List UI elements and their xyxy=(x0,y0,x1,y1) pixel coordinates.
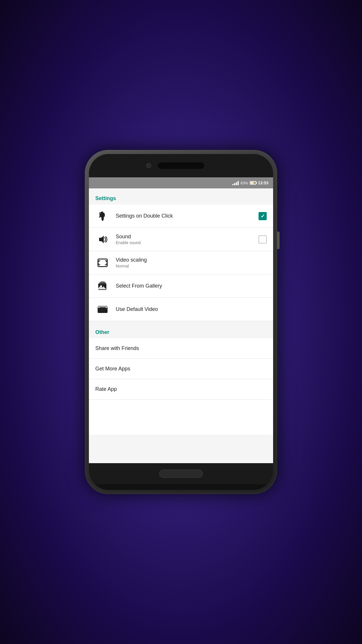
status-icons: 83% ⚡ 13:53 xyxy=(232,181,268,185)
checkbox-unchecked-icon[interactable] xyxy=(259,235,267,244)
home-button[interactable] xyxy=(159,470,203,478)
phone-screen: 83% ⚡ 13:53 Settings xyxy=(89,177,273,463)
sound-text: Sound Enable sound xyxy=(116,234,256,245)
settings-double-click-item[interactable]: Settings on Double Click xyxy=(89,204,273,228)
svg-point-0 xyxy=(102,212,103,214)
video-scaling-title: Video scaling xyxy=(116,257,267,263)
other-section-header: Other xyxy=(89,322,273,338)
default-video-title: Use Default Video xyxy=(116,306,267,312)
speaker xyxy=(158,162,204,169)
checkbox-checked-icon[interactable] xyxy=(259,212,267,220)
double-click-text: Settings on Double Click xyxy=(116,213,256,219)
svg-rect-5 xyxy=(101,281,105,283)
signal-bar-4 xyxy=(238,181,239,185)
phone-top-bar xyxy=(89,154,273,177)
default-video-text: Use Default Video xyxy=(116,306,267,312)
double-click-checkbox[interactable] xyxy=(259,212,267,220)
get-more-apps-title: Get More Apps xyxy=(95,366,130,372)
double-click-title: Settings on Double Click xyxy=(116,213,256,219)
double-click-icon xyxy=(95,209,110,223)
svg-rect-8 xyxy=(99,308,106,312)
bottom-padding xyxy=(89,400,273,435)
gallery-title: Select From Gallery xyxy=(116,283,267,289)
gallery-icon xyxy=(95,279,110,293)
phone-device: 83% ⚡ 13:53 Settings xyxy=(85,150,277,494)
signal-bar-2 xyxy=(234,183,235,185)
sound-icon xyxy=(95,232,110,247)
sound-item[interactable]: Sound Enable sound xyxy=(89,228,273,251)
phone-inner: 83% ⚡ 13:53 Settings xyxy=(89,154,273,490)
video-icon xyxy=(95,302,110,317)
share-item[interactable]: Share with Friends xyxy=(89,338,273,359)
signal-icon xyxy=(232,181,239,185)
battery-icon: ⚡ xyxy=(250,181,256,185)
gallery-text: Select From Gallery xyxy=(116,283,267,289)
sound-subtitle: Enable sound xyxy=(116,240,256,245)
get-more-apps-item[interactable]: Get More Apps xyxy=(89,359,273,379)
video-scaling-subtitle: Normal xyxy=(116,264,267,268)
video-scaling-icon xyxy=(95,256,110,270)
status-bar: 83% ⚡ 13:53 xyxy=(89,177,273,188)
power-button xyxy=(277,232,280,249)
svg-rect-2 xyxy=(98,259,107,267)
gallery-item[interactable]: Select From Gallery xyxy=(89,274,273,298)
video-scaling-item[interactable]: Video scaling Normal xyxy=(89,251,273,274)
battery-bolt: ⚡ xyxy=(252,181,255,184)
svg-marker-1 xyxy=(99,236,104,243)
phone-bottom-bar xyxy=(89,463,273,484)
sound-checkbox[interactable] xyxy=(259,235,267,244)
settings-section-header: Settings xyxy=(89,188,273,204)
sound-title: Sound xyxy=(116,234,256,240)
rate-app-item[interactable]: Rate App xyxy=(89,379,273,400)
share-title: Share with Friends xyxy=(95,345,139,351)
video-scaling-text: Video scaling Normal xyxy=(116,257,267,268)
time-display: 13:53 xyxy=(258,181,268,185)
rate-app-title: Rate App xyxy=(95,386,117,392)
screen-content: Settings Settings on Double Click xyxy=(89,188,273,463)
default-video-item[interactable]: Use Default Video xyxy=(89,298,273,321)
camera xyxy=(146,163,151,168)
signal-bar-3 xyxy=(236,182,237,185)
battery-percent: 83% xyxy=(240,181,248,185)
signal-bar-1 xyxy=(232,184,233,185)
